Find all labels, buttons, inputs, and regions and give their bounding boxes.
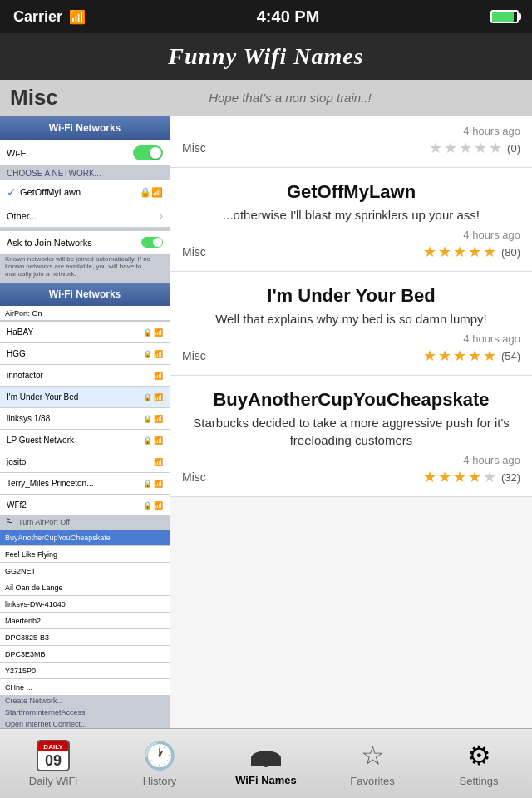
net-name: innofactor <box>7 371 150 380</box>
star-3: ★ <box>453 243 466 261</box>
net-icons: 🔒📶 <box>143 436 163 445</box>
star-5: ★ <box>489 139 502 157</box>
app-header: Funny Wifi Names <box>0 33 532 80</box>
card-category: Misc <box>182 245 206 259</box>
network-row[interactable]: innofactor📶 <box>0 364 170 386</box>
star-5: ★ <box>483 468 496 486</box>
net-signal: 📶 <box>154 458 163 466</box>
star-3: ★ <box>453 347 466 365</box>
card-category-row: Misc ★ ★ ★ ★ ★ (0) <box>182 139 520 157</box>
network-row[interactable]: linksys 1/88🔒📶 <box>0 407 170 429</box>
star-1: ★ <box>423 468 436 486</box>
bottom-net[interactable]: Feel Like Flying <box>0 545 170 562</box>
network-row[interactable]: HGG🔒📶 <box>0 342 170 364</box>
ios-nav-title-2: Wi-Fi Networks <box>49 288 121 300</box>
bottom-section-open[interactable]: Open Internet Connect... <box>0 718 170 728</box>
battery-fill <box>492 12 514 22</box>
bottom-net[interactable]: linksys-DW-41040 <box>0 595 170 612</box>
carrier-wifi-icon: 📶 <box>69 9 86 25</box>
star-5: ★ <box>483 243 496 261</box>
star-icon: ☆ <box>361 740 385 771</box>
misc-header-card: 4 hours ago Misc ★ ★ ★ ★ ★ (0) <box>170 116 532 168</box>
calendar-num: 09 <box>38 751 68 770</box>
second-ios-settings: Wi-Fi Networks AirPort: On HaBAY🔒📶 HGG🔒📶… <box>0 283 170 728</box>
ios-getoffmylawn-row[interactable]: ✓ GetOffMyLawn 🔒 📶 <box>0 180 170 204</box>
tab-label-settings: Settings <box>460 775 499 787</box>
tab-daily-wifi[interactable]: DAILY 09 Daily WiFi <box>0 729 106 798</box>
rating-count: (54) <box>501 350 520 362</box>
rating-count: (80) <box>501 246 520 259</box>
card-category: Misc <box>182 470 206 484</box>
star-1: ★ <box>423 243 436 261</box>
net-lock: 🔒 <box>143 328 152 337</box>
ios-checkmark: ✓ <box>7 185 17 199</box>
star-2: ★ <box>438 347 451 365</box>
bottom-net-selected[interactable]: BuyAnotherCupYouCheapskate <box>0 529 170 545</box>
wifi-name: GetOffMyLawn <box>182 181 520 203</box>
network-row[interactable]: HaBAY🔒📶 <box>0 321 170 342</box>
category-bar: Misc Hope that's a non stop train..! <box>0 80 532 116</box>
bottom-section-start[interactable]: StartfromInternetAccess <box>0 707 170 718</box>
ios-flag: 🏳 <box>5 516 15 528</box>
bottom-net[interactable]: Maertenb2 <box>0 612 170 628</box>
ios-wifi-toggle-row[interactable]: Wi-Fi <box>0 140 170 165</box>
network-row[interactable]: josito📶 <box>0 451 170 472</box>
ios-other-row[interactable]: Other... › <box>0 204 170 227</box>
ios-flag-bar: 🏳 Turn AirPort Off <box>0 515 170 529</box>
net-lock: 🔒 <box>143 501 152 510</box>
net-name: linksys 1/88 <box>7 414 140 423</box>
ios-nav-bar-2: Wi-Fi Networks <box>0 283 170 306</box>
card-category-row: Misc ★ ★ ★ ★ ★ (32) <box>182 468 520 486</box>
ios-airport-label: AirPort: On <box>5 309 42 318</box>
network-row[interactable]: LP Guest Network🔒📶 <box>0 429 170 451</box>
tab-history[interactable]: 🕐 History <box>106 729 213 798</box>
star-1: ★ <box>423 347 436 365</box>
ios-ask-join-toggle[interactable] <box>141 237 163 248</box>
tab-settings[interactable]: ⚙ Settings <box>426 729 532 798</box>
bottom-net[interactable]: CHne ... <box>0 678 170 695</box>
net-icons: 🔒📶 <box>143 328 163 337</box>
ios-network-list: HaBAY🔒📶 HGG🔒📶 innofactor📶 I'm Under Your… <box>0 321 170 515</box>
bottom-section-create[interactable]: Create Network... <box>0 695 170 707</box>
ios-ask-join-row[interactable]: Ask to Join Networks <box>0 230 170 254</box>
card-meta: 4 hours ago <box>182 332 520 345</box>
ios-wifi-toggle[interactable] <box>133 145 163 160</box>
card-meta: 4 hours ago <box>182 454 520 466</box>
bottom-net[interactable]: DPC3E3MB <box>0 645 170 662</box>
net-signal: 📶 <box>154 328 163 337</box>
net-icons: 📶 <box>154 372 163 380</box>
ios-nav-title: Wi-Fi Networks <box>49 122 121 134</box>
net-signal: 📶 <box>154 501 163 510</box>
right-panel: 4 hours ago Misc ★ ★ ★ ★ ★ (0) GetOffMyL… <box>170 116 532 728</box>
bottom-net[interactable]: Ail Oan de Lange <box>0 579 170 595</box>
stars: ★ ★ ★ ★ ★ (32) <box>423 468 520 486</box>
net-icons: 🔒📶 <box>143 415 163 423</box>
wifi-stack-icon <box>249 741 283 771</box>
ios-flag-label: Turn AirPort Off <box>18 518 70 526</box>
card-category: Misc <box>182 141 206 155</box>
time-ago: 4 hours ago <box>463 229 520 241</box>
tab-wifi-names[interactable]: WiFi Names <box>213 729 319 798</box>
network-row[interactable]: Terry_Miles Princeton...🔒📶 <box>0 472 170 494</box>
ios-nav-bar: Wi-Fi Networks <box>0 116 170 140</box>
ios-settings: Wi-Fi Networks Wi-Fi Choose a Network...… <box>0 116 170 728</box>
net-icons: 🔒📶 <box>143 501 163 510</box>
status-bar: Carrier 📶 4:40 PM <box>0 0 532 33</box>
calendar-icon: DAILY 09 <box>37 740 70 771</box>
net-icons: 🔒📶 <box>143 350 163 358</box>
card-category-row: Misc ★ ★ ★ ★ ★ (80) <box>182 243 520 261</box>
ios-selected-network: GetOffMyLawn <box>17 187 140 197</box>
net-icons: 🔒📶 <box>143 480 163 488</box>
net-lock: 🔒 <box>143 393 152 401</box>
net-name: LP Guest Network <box>7 436 140 445</box>
net-signal: 📶 <box>154 480 163 488</box>
tab-favorites[interactable]: ☆ Favorites <box>319 729 426 798</box>
bottom-net[interactable]: Y2715P0 <box>0 662 170 678</box>
net-signal: 📶 <box>154 415 163 423</box>
bottom-net[interactable]: GG2NET <box>0 562 170 579</box>
star-2: ★ <box>438 243 451 261</box>
bottom-net[interactable]: DPC3825-B3 <box>0 628 170 645</box>
network-row-selected[interactable]: I'm Under Your Bed🔒📶 <box>0 386 170 407</box>
network-row[interactable]: WFf2🔒📶 <box>0 494 170 515</box>
wifi-name: BuyAnotherCupYouCheapskate <box>182 389 520 411</box>
